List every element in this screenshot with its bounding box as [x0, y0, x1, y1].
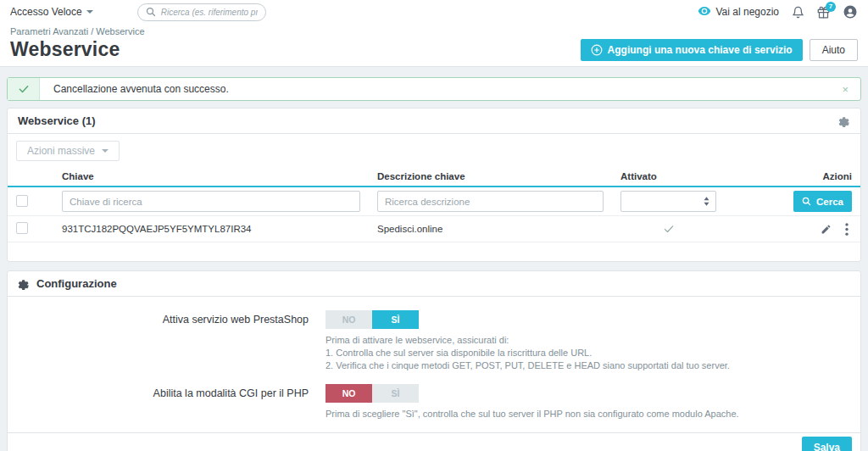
active-check-icon: [663, 223, 675, 235]
key-filter-input[interactable]: [62, 191, 360, 212]
page-title: Webservice: [10, 38, 120, 61]
column-header-description: Descrizione chiave: [369, 168, 612, 187]
profile-menu[interactable]: [843, 4, 858, 19]
breadcrumb-parent[interactable]: Parametri Avanzati: [10, 26, 88, 36]
search-bar[interactable]: [137, 3, 266, 21]
topbar-actions: Vai al negozio 7: [698, 4, 859, 19]
search-submit-button[interactable]: Cerca: [793, 191, 852, 212]
cgi-toggle-label: Abilita la modalità CGI per il PHP: [8, 384, 309, 420]
notifications-button[interactable]: [792, 6, 804, 19]
chevron-down-icon: [86, 10, 93, 14]
check-icon: [18, 83, 30, 95]
alert-message: Cancellazione avvenuta con successo.: [40, 78, 830, 100]
webservice-toggle-no[interactable]: NO: [326, 310, 372, 329]
cgi-toggle: NO SÌ: [326, 384, 419, 403]
view-shop-link[interactable]: Vai al negozio: [698, 6, 780, 18]
alert-close-button[interactable]: ×: [830, 78, 860, 100]
main-content: Cancellazione avvenuta con successo. × W…: [0, 67, 868, 451]
add-service-key-label: Aggiungi una nuova chiave di servizio: [608, 44, 793, 56]
webservice-panel: Webservice (1) Azioni massive Chiave Des…: [7, 108, 861, 262]
configuration-panel-title: Configurazione: [36, 277, 117, 290]
help-button[interactable]: Aiuto: [810, 39, 858, 61]
gear-icon: [18, 278, 30, 290]
breadcrumb-separator: /: [91, 26, 93, 36]
breadcrumb-current: Webservice: [96, 26, 144, 36]
quick-access-label: Accesso Veloce: [10, 6, 82, 18]
quick-access-menu[interactable]: Accesso Veloce: [10, 6, 93, 18]
plus-circle-icon: [591, 44, 603, 56]
webservice-help-text: Prima di attivare le webservice, assicur…: [326, 334, 730, 372]
cgi-toggle-no[interactable]: NO: [326, 384, 372, 403]
add-service-key-button[interactable]: Aggiungi una nuova chiave di servizio: [581, 39, 803, 61]
table-row: 931TCJ182PQQVAEJP5YF5YMTYL87IR34 Spedisc…: [8, 216, 860, 242]
announcements-button[interactable]: 7: [817, 6, 830, 19]
gear-icon[interactable]: [838, 115, 850, 127]
filter-row: Cerca: [8, 187, 860, 216]
active-filter-select[interactable]: [620, 191, 716, 212]
success-alert: Cancellazione avvenuta con successo. ×: [7, 77, 861, 101]
table-header-row: Chiave Descrizione chiave Attivato Azion…: [8, 168, 860, 187]
topbar: Accesso Veloce Vai al negozio 7: [0, 0, 868, 24]
search-icon: [802, 197, 811, 206]
chevron-down-icon: [102, 149, 108, 153]
profile-avatar-icon: [843, 4, 858, 19]
row-checkbox[interactable]: [16, 222, 28, 234]
webservice-toggle-row: Attiva servizio web PrestaShop NO SÌ Pri…: [8, 310, 860, 372]
webservice-toggle-label: Attiva servizio web PrestaShop: [8, 310, 309, 372]
service-key-value: 931TCJ182PQQVAEJP5YF5YMTYL87IR34: [53, 216, 369, 242]
description-filter-input[interactable]: [377, 191, 604, 212]
bulk-actions-label: Azioni massive: [27, 145, 95, 157]
configuration-panel: Configurazione Attiva servizio web Prest…: [7, 270, 861, 451]
bell-icon: [792, 6, 804, 19]
bulk-actions-button[interactable]: Azioni massive: [16, 141, 120, 161]
notification-badge: 7: [826, 2, 836, 12]
column-header-actions: Azioni: [725, 168, 860, 187]
cgi-toggle-yes[interactable]: SÌ: [372, 384, 419, 403]
sort-arrows-icon: [704, 197, 709, 206]
search-input[interactable]: [161, 8, 258, 17]
column-header-key: Chiave: [53, 168, 369, 187]
page-header: Parametri Avanzati / Webservice Webservi…: [0, 24, 868, 67]
cgi-toggle-row: Abilita la modalità CGI per il PHP NO SÌ…: [8, 384, 860, 420]
select-all-checkbox[interactable]: [16, 195, 28, 207]
column-header-active: Attivato: [612, 168, 725, 187]
alert-icon-area: [8, 78, 40, 100]
webservice-toggle-yes[interactable]: SÌ: [372, 310, 419, 329]
breadcrumb: Parametri Avanzati / Webservice: [10, 26, 858, 36]
view-shop-label: Vai al negozio: [716, 6, 780, 18]
row-menu-dots-icon[interactable]: [845, 223, 849, 236]
service-key-description: Spedisci.online: [369, 216, 612, 242]
eye-icon: [698, 7, 711, 17]
search-submit-label: Cerca: [816, 197, 843, 207]
save-button[interactable]: Salva: [802, 437, 852, 451]
cgi-help-text: Prima di scegliere "Sì", controlla che s…: [326, 408, 739, 420]
edit-pencil-icon[interactable]: [821, 224, 832, 235]
webservice-panel-title: Webservice (1): [18, 114, 96, 127]
webservice-table: Chiave Descrizione chiave Attivato Azion…: [8, 168, 860, 242]
webservice-toggle: NO SÌ: [326, 310, 419, 329]
search-icon: [146, 7, 156, 17]
